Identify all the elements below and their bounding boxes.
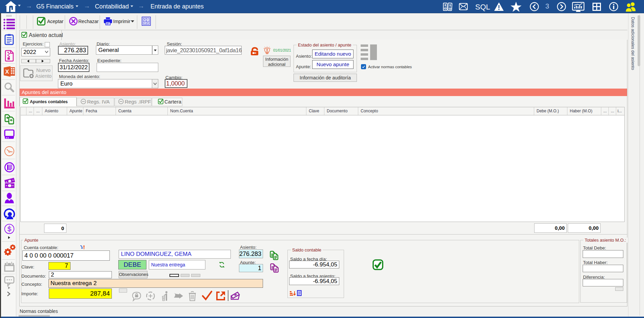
svg-text:X: X [5,69,9,75]
